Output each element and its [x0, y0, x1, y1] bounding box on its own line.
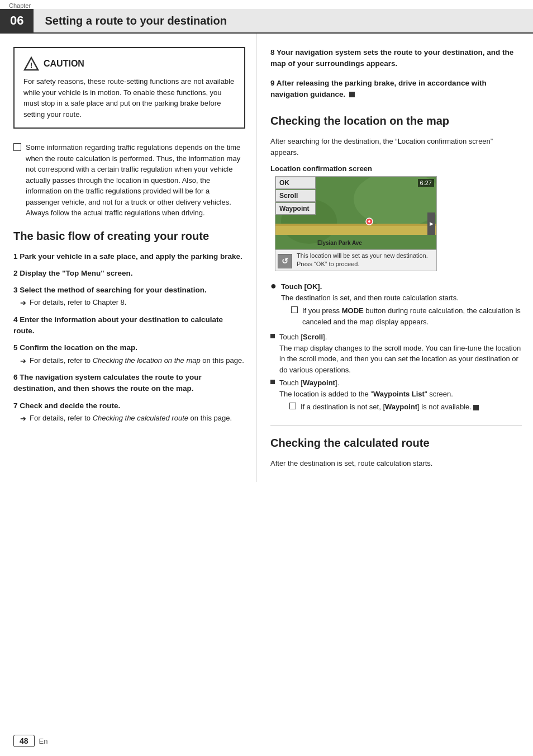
- section-checking-map: Checking the location on the map After s…: [270, 114, 522, 415]
- chapter-number: 06: [0, 9, 34, 32]
- step-3: 3 Select the method of searching for you…: [13, 285, 245, 309]
- map-right-indicator: ▶: [427, 212, 435, 235]
- arrow-icon-3: ➔: [20, 297, 26, 309]
- bullet-sq-waypoint: [270, 380, 275, 384]
- section-basic-flow: The basic flow of creating your route 1 …: [13, 229, 245, 424]
- sub-waypoint-note: If a destination is not set, [Waypoint] …: [289, 401, 479, 413]
- map-footer-text: This location will be set as your new de…: [275, 249, 436, 271]
- bullet-touch-scroll: Touch [Scroll]. The map display changes …: [270, 332, 522, 375]
- map-road-name: Elysian Park Ave: [317, 240, 362, 246]
- language-label: En: [39, 737, 48, 745]
- bullet-sq-scroll: [270, 334, 275, 338]
- arrow-icon-7: ➔: [20, 413, 26, 424]
- map-scroll-button[interactable]: Scroll: [275, 190, 316, 202]
- map-image: OK Scroll Waypoint Elysian Park Ave 6:27…: [275, 176, 437, 271]
- svg-rect-6: [275, 224, 437, 226]
- checking-map-intro: After searching for the destination, the…: [270, 136, 522, 158]
- arrow-icon-5: ➔: [20, 356, 26, 367]
- caution-text: For safety reasons, these route-setting …: [23, 76, 235, 120]
- checkbox-note: Some information regarding traffic regul…: [13, 142, 245, 219]
- caution-title: CAUTION: [44, 59, 84, 69]
- map-waypoint-button[interactable]: Waypoint: [275, 202, 316, 215]
- section-calculated-route: Checking the calculated route After the …: [270, 436, 522, 469]
- map-label: Location confirmation screen: [270, 164, 522, 173]
- map-time: 6:27: [418, 179, 434, 187]
- page-number: 48: [13, 735, 35, 747]
- bullet-touch-ok: ● Touch [OK]. The destination is set, an…: [270, 281, 522, 329]
- map-back-button[interactable]: ↺: [278, 254, 292, 268]
- step-6: 6 The navigation system calculates the r…: [13, 372, 245, 395]
- calculated-route-heading: Checking the calculated route: [270, 436, 522, 450]
- step-5: 5 Confirm the location on the map. ➔ For…: [13, 342, 245, 366]
- map-ok-button[interactable]: OK: [275, 177, 316, 189]
- page-footer: 48 En: [0, 735, 533, 747]
- step-4: 4 Enter the information about your desti…: [13, 314, 245, 337]
- end-marker-9: [349, 92, 355, 97]
- section-divider: [270, 425, 522, 426]
- caution-icon: !: [23, 56, 39, 72]
- step-9: 9 After releasing the parking brake, dri…: [270, 78, 522, 101]
- bullet-dot-ok: ●: [270, 281, 277, 291]
- step-8: 8 Your navigation system sets the route …: [270, 47, 522, 70]
- chapter-title: Setting a route to your destination: [34, 9, 533, 32]
- chapter-label: Chapter: [9, 2, 31, 9]
- step-1: 1 Park your vehicle in a safe place, and…: [13, 251, 245, 262]
- checking-map-heading: Checking the location on the map: [270, 114, 522, 128]
- step-7: 7 Check and decide the route. ➔ For deta…: [13, 400, 245, 424]
- step-2: 2 Display the "Top Menu" screen.: [13, 268, 245, 279]
- bullet-touch-waypoint: Touch [Waypoint]. The location is added …: [270, 377, 522, 415]
- sub-mode-note: If you press MODE button during route ca…: [291, 305, 522, 327]
- svg-rect-5: [275, 226, 437, 235]
- svg-point-8: [368, 220, 370, 223]
- calculated-route-text: After the destination is set, route calc…: [270, 458, 522, 469]
- svg-text:!: !: [30, 61, 33, 70]
- basic-flow-heading: The basic flow of creating your route: [13, 229, 245, 243]
- caution-box: ! CAUTION For safety reasons, these rout…: [13, 47, 245, 129]
